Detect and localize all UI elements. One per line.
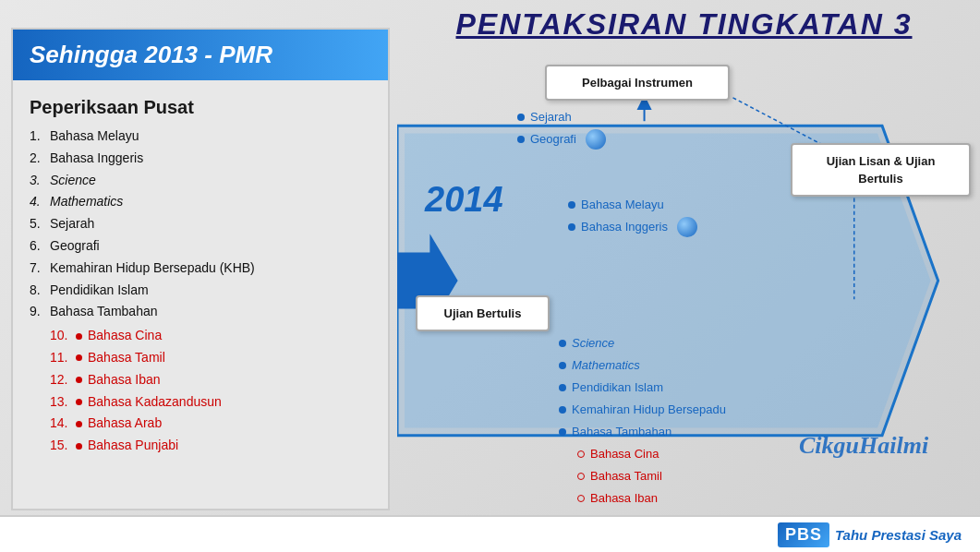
section-title: Peperiksaan Pusat: [30, 97, 371, 118]
bullet-dot: [559, 428, 566, 436]
sub-list-item: Bahasa Arab: [50, 413, 371, 435]
numbered-list: Bahasa Melayu Bahasa Inggeris Science Ma…: [30, 126, 371, 457]
pmr-header: Sehingga 2013 - PMR: [13, 30, 388, 80]
sub-list-item: Bahasa Tamil: [50, 347, 371, 369]
left-panel: Sehingga 2013 - PMR Peperiksaan Pusat Ba…: [11, 28, 390, 510]
khb-label: Kemahiran Hidup Bersepadu: [572, 399, 726, 421]
footer: PBS Tahu Prestasi Saya: [0, 515, 980, 552]
list-item: Kemahiran Hidup Bersepadu (KHB): [30, 258, 371, 280]
bullet-dot: [559, 406, 566, 414]
bullet-dot: [559, 340, 566, 347]
geografi-label: Geografi: [530, 128, 576, 150]
bi-item: Bahasa Inggeris: [568, 216, 697, 238]
btamil-label: Bahasa Tamil: [590, 465, 662, 487]
bi-label: Bahasa Inggeris: [581, 216, 668, 238]
box-pelbagai-title: Pelbagai Instrumen: [582, 76, 693, 90]
pbs-tagline: Tahu Prestasi Saya: [835, 527, 962, 543]
bc-label: Bahasa Cina: [590, 443, 659, 465]
watermark: CikguHailmi: [799, 432, 928, 460]
sub-list-item: Bahasa Punjabi: [50, 435, 371, 457]
pbs-logo: PBS Tahu Prestasi Saya: [778, 522, 962, 547]
bullet-dot: [559, 362, 566, 369]
khb-item: Kemahiran Hidup Bersepadu: [559, 399, 726, 421]
mid-items: Bahasa Melayu Bahasa Inggeris: [568, 194, 697, 238]
sejarah-item: Sejarah: [517, 106, 606, 128]
bc-item: Bahasa Cina: [577, 443, 726, 465]
mathematics-label: Mathematics: [572, 354, 640, 377]
bullet-dot: [568, 201, 575, 209]
left-content: Peperiksaan Pusat Bahasa Melayu Bahasa I…: [13, 90, 388, 464]
pi-item: Pendidikan Islam: [559, 377, 726, 399]
pbs-badge: PBS: [778, 522, 829, 547]
sub-list-item: Bahasa Iban: [50, 369, 371, 391]
list-item: Science: [30, 170, 371, 192]
bt-label: Bahasa Tambahan: [572, 421, 671, 443]
bullet-dot: [568, 223, 575, 231]
circle-3d-decoration: [586, 129, 606, 150]
biban-label: Bahasa Iban: [590, 487, 658, 510]
right-panel: 2014 Pelbagai Instrumen Ujian Lisan & Uj…: [397, 51, 975, 510]
box-pelbagai: Pelbagai Instrumen: [545, 65, 730, 101]
sejarah-label: Sejarah: [530, 106, 572, 128]
o-circle: [577, 473, 585, 480]
pmr-title: Sehingga 2013 - PMR: [30, 41, 272, 68]
bt-item: Bahasa Tambahan: [559, 421, 726, 443]
bm-label: Bahasa Melayu: [581, 194, 664, 216]
science-item: Science: [559, 332, 726, 354]
page-title: PENTAKSIRAN TINGKATAN 3: [456, 7, 913, 41]
year-label: 2014: [425, 180, 503, 220]
btamil-item: Bahasa Tamil: [577, 465, 726, 487]
bullet-dot: [517, 136, 525, 143]
top-items: Sejarah Geografi: [517, 106, 606, 150]
list-item: Geografi: [30, 235, 371, 258]
list-item: Mathematics: [30, 191, 371, 213]
mathematics-item: Mathematics: [559, 354, 726, 377]
box-ujian-bertulis-title: Ujian Bertulis: [444, 306, 522, 320]
header: PENTAKSIRAN TINGKATAN 3: [397, 7, 971, 42]
geografi-item: Geografi: [517, 128, 606, 150]
bullet-dot: [517, 114, 525, 121]
bm-item: Bahasa Melayu: [568, 194, 697, 216]
box-ujian-bertulis: Ujian Bertulis: [416, 295, 550, 331]
bullet-dot: [559, 384, 566, 391]
biban-item: Bahasa Iban: [577, 487, 726, 510]
list-item: Sejarah: [30, 213, 371, 235]
sub-list-item: Bahasa Cina: [50, 325, 371, 347]
science-label: Science: [572, 332, 614, 354]
sub-list: Bahasa Cina Bahasa Tamil Bahasa Iban Bah…: [50, 325, 371, 457]
box-ujian-lisan-title: Ujian Lisan & Ujian Bertulis: [827, 154, 936, 186]
circle-3d-decoration: [677, 217, 697, 237]
list-item: Bahasa Melayu: [30, 126, 371, 148]
sub-list-item: Bahasa Kadazandusun: [50, 391, 371, 414]
list-item: Pendidikan Islam: [30, 280, 371, 302]
o-circle: [577, 495, 585, 502]
box-ujian-lisan: Ujian Lisan & Ujian Bertulis: [791, 143, 971, 197]
list-item: Bahasa Inggeris: [30, 148, 371, 170]
o-circle: [577, 450, 585, 458]
list-item: Bahasa Tambahan Bahasa Cina Bahasa Tamil…: [30, 301, 371, 457]
pi-label: Pendidikan Islam: [572, 377, 663, 399]
